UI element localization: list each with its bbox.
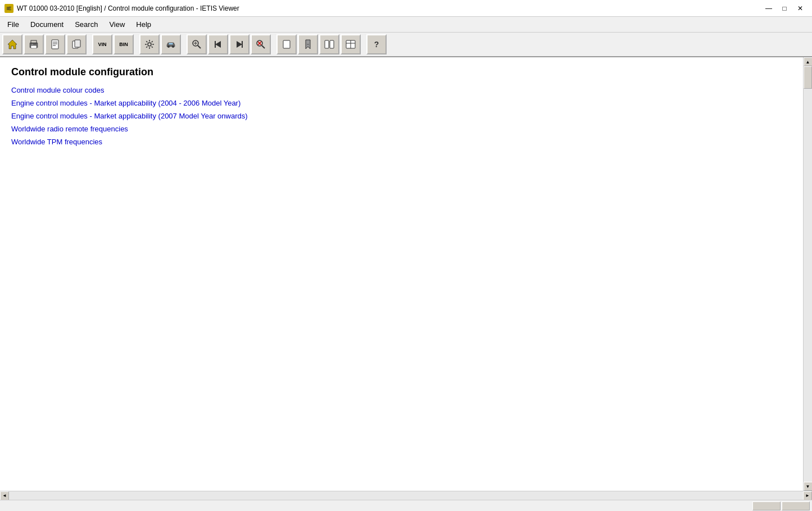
link-worldwide-radio[interactable]: Worldwide radio remote frequencies — [11, 125, 128, 133]
scroll-thumb-vertical[interactable] — [804, 66, 812, 89]
status-bar — [0, 500, 812, 511]
next-result-button[interactable] — [229, 34, 250, 54]
clear-search-icon — [255, 39, 266, 50]
toolbar-separator-4 — [272, 34, 275, 54]
link-worldwide-tpm[interactable]: Worldwide TPM frequencies — [11, 138, 102, 146]
list-item: Engine control modules - Market applicab… — [11, 112, 792, 120]
table-view-button[interactable] — [341, 34, 361, 54]
vin-label: VIN — [98, 42, 106, 47]
copy-icon — [71, 39, 82, 50]
prev-result-icon — [212, 39, 224, 50]
scroll-up-arrow[interactable]: ▲ — [804, 57, 813, 66]
window-controls: — □ ✕ — [761, 3, 808, 14]
link-control-module-colour-codes[interactable]: Control module colour codes — [11, 86, 104, 94]
title-bar-left: IE WT 01000 03-2010 [English] / Control … — [4, 4, 239, 13]
table-view-icon — [345, 39, 356, 50]
list-item: Engine control modules - Market applicab… — [11, 99, 792, 107]
home-button[interactable] — [2, 34, 22, 54]
svg-rect-4 — [31, 44, 33, 45]
vin-button[interactable]: VIN — [92, 34, 112, 54]
list-item: Worldwide TPM frequencies — [11, 138, 792, 146]
svg-point-13 — [172, 45, 174, 48]
toolbar-separator-1 — [88, 34, 91, 54]
help-button[interactable]: ? — [366, 34, 387, 54]
title-bar: IE WT 01000 03-2010 [English] / Control … — [0, 0, 812, 17]
bookmarks-button[interactable] — [298, 34, 318, 54]
svg-rect-10 — [75, 40, 80, 47]
car-icon — [165, 39, 176, 50]
page-title: Control module configuration — [11, 66, 792, 78]
home-icon — [7, 39, 18, 50]
clear-search-button[interactable] — [251, 34, 271, 54]
bin-button[interactable]: BIN — [114, 34, 134, 54]
close-button[interactable]: ✕ — [793, 3, 808, 14]
link-engine-control-2004-2006[interactable]: Engine control modules - Market applicab… — [11, 99, 241, 107]
maximize-button[interactable]: □ — [777, 3, 792, 14]
scroll-track-vertical[interactable] — [804, 66, 812, 482]
list-item: Worldwide radio remote frequencies — [11, 125, 792, 133]
horizontal-scrollbar[interactable]: ◄ ► — [0, 491, 812, 500]
svg-rect-3 — [31, 45, 37, 48]
svg-line-16 — [198, 45, 201, 48]
copy-button[interactable] — [66, 34, 87, 54]
bin-label: BIN — [119, 42, 128, 47]
svg-marker-19 — [215, 41, 221, 48]
help-icon: ? — [374, 40, 379, 49]
menu-search[interactable]: Search — [70, 18, 103, 31]
status-btn-1[interactable] — [752, 501, 781, 510]
toolbar: VIN BIN — [0, 33, 812, 57]
link-list: Control module colour codes Engine contr… — [11, 86, 792, 146]
split-view-button[interactable] — [319, 34, 339, 54]
scroll-right-arrow[interactable]: ► — [803, 491, 812, 500]
single-page-button[interactable] — [276, 34, 297, 54]
svg-rect-27 — [283, 40, 290, 48]
svg-rect-20 — [215, 41, 216, 48]
scroll-track-horizontal[interactable] — [9, 491, 803, 500]
next-result-icon — [234, 39, 245, 50]
minimize-button[interactable]: — — [761, 3, 776, 14]
toolbar-separator-3 — [182, 34, 185, 54]
app-icon: IE — [4, 4, 13, 13]
print-button[interactable] — [24, 34, 44, 54]
menu-document[interactable]: Document — [25, 18, 69, 31]
toolbar-separator-5 — [362, 34, 365, 54]
document-icon — [49, 39, 61, 50]
menu-help[interactable]: Help — [131, 18, 156, 31]
search-text-button[interactable] — [187, 34, 207, 54]
svg-marker-0 — [8, 40, 17, 49]
scroll-down-arrow[interactable]: ▼ — [804, 482, 813, 491]
bookmark-icon — [302, 39, 314, 50]
menu-view[interactable]: View — [104, 18, 130, 31]
search-text-icon — [191, 39, 202, 50]
svg-marker-21 — [237, 41, 242, 48]
link-engine-control-2007-onwards[interactable]: Engine control modules - Market applicab… — [11, 112, 248, 120]
svg-rect-5 — [52, 40, 58, 49]
svg-line-24 — [262, 45, 265, 48]
svg-rect-14 — [169, 43, 173, 45]
svg-rect-31 — [330, 40, 334, 48]
toolbar-separator-2 — [135, 34, 138, 54]
menu-file[interactable]: File — [2, 18, 24, 31]
menu-bar: File Document Search View Help — [0, 17, 812, 33]
vehicle-button[interactable] — [161, 34, 181, 54]
status-btn-2[interactable] — [782, 501, 810, 510]
scroll-left-arrow[interactable]: ◄ — [0, 491, 9, 500]
prev-result-button[interactable] — [208, 34, 228, 54]
content-wrapper: Control module configuration Control mod… — [0, 57, 812, 491]
svg-point-12 — [167, 45, 170, 48]
window-title: WT 01000 03-2010 [English] / Control mod… — [17, 4, 239, 12]
list-item: Control module colour codes — [11, 86, 792, 94]
gear-icon — [144, 39, 155, 50]
print-icon — [28, 39, 39, 50]
single-page-icon — [281, 39, 292, 50]
vertical-scrollbar[interactable]: ▲ ▼ — [803, 57, 812, 491]
content-area[interactable]: Control module configuration Control mod… — [0, 57, 803, 491]
bottom-area: ◄ ► — [0, 491, 812, 511]
svg-rect-30 — [325, 40, 329, 48]
svg-rect-22 — [242, 41, 243, 48]
settings-button[interactable] — [139, 34, 160, 54]
doc-button[interactable] — [45, 34, 65, 54]
split-view-icon — [324, 39, 335, 50]
svg-point-11 — [148, 43, 151, 46]
